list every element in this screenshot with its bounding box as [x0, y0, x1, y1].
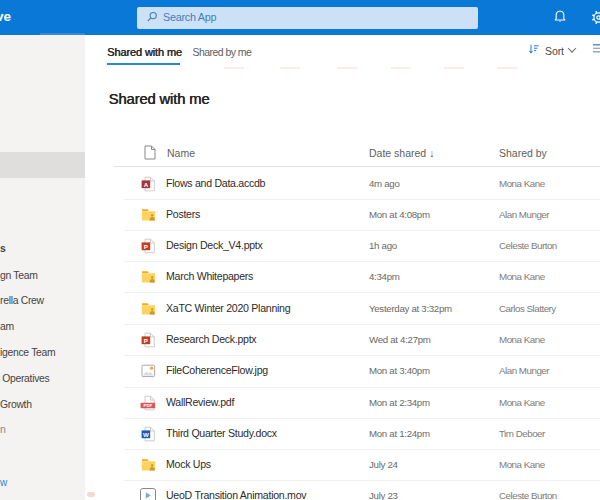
svg-text:PDF: PDF	[144, 403, 153, 408]
svg-text:P: P	[144, 243, 148, 250]
svg-text:W: W	[143, 431, 149, 438]
svg-text:A: A	[144, 181, 149, 188]
svg-text:P: P	[144, 337, 148, 344]
